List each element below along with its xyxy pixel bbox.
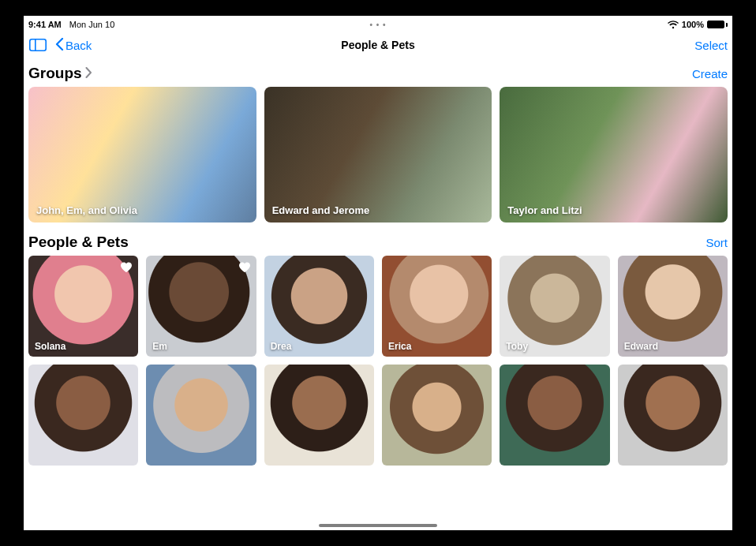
heart-icon bbox=[119, 260, 133, 275]
person-card[interactable]: Drea bbox=[264, 256, 374, 357]
person-card[interactable] bbox=[146, 365, 256, 466]
status-left: 9:41 AM Mon Jun 10 bbox=[28, 20, 114, 29]
heart-icon bbox=[238, 260, 252, 275]
person-card[interactable]: Edward bbox=[618, 256, 728, 357]
groups-title-button[interactable]: Groups bbox=[28, 65, 92, 82]
sort-button[interactable]: Sort bbox=[705, 236, 728, 249]
multitask-indicator-icon[interactable]: • • • bbox=[369, 21, 386, 29]
person-card[interactable] bbox=[264, 365, 374, 466]
group-card[interactable]: Edward and Jerome bbox=[264, 87, 492, 223]
chevron-left-icon bbox=[55, 38, 64, 53]
sidebar-toggle-icon[interactable] bbox=[28, 37, 47, 53]
group-card[interactable]: Taylor and Litzi bbox=[500, 87, 728, 223]
person-label: Erica bbox=[388, 341, 411, 352]
home-indicator[interactable] bbox=[319, 524, 437, 527]
battery-percentage: 100% bbox=[682, 20, 704, 29]
person-card[interactable] bbox=[618, 365, 728, 466]
chevron-right-icon bbox=[85, 65, 92, 82]
groups-header: Groups Create bbox=[28, 65, 728, 82]
back-label: Back bbox=[65, 39, 92, 52]
content: Groups Create John, Em, and Olivia Edwar… bbox=[24, 58, 732, 530]
status-bar: 9:41 AM Mon Jun 10 • • • 100% bbox=[24, 16, 732, 32]
battery-icon bbox=[707, 21, 728, 28]
select-button[interactable]: Select bbox=[694, 39, 728, 52]
person-card[interactable]: Em bbox=[146, 256, 256, 357]
group-card[interactable]: John, Em, and Olivia bbox=[28, 87, 256, 223]
people-header: People & Pets Sort bbox=[28, 234, 728, 251]
people-title-label: People & Pets bbox=[28, 234, 129, 251]
nav-bar: Back People & Pets Select bbox=[24, 32, 732, 58]
person-card[interactable]: Toby bbox=[500, 256, 609, 357]
create-button[interactable]: Create bbox=[692, 67, 728, 80]
person-card[interactable]: Erica bbox=[382, 256, 492, 357]
device-frame: 9:41 AM Mon Jun 10 • • • 100% bbox=[0, 0, 756, 546]
wifi-icon bbox=[668, 21, 679, 29]
person-label: Solana bbox=[35, 341, 65, 352]
screen: 9:41 AM Mon Jun 10 • • • 100% bbox=[24, 16, 732, 530]
person-card[interactable] bbox=[382, 365, 492, 466]
person-card[interactable] bbox=[500, 365, 609, 466]
svg-rect-0 bbox=[30, 39, 46, 50]
person-label: Edward bbox=[624, 341, 658, 352]
person-card[interactable]: Solana bbox=[28, 256, 138, 357]
page-title: People & Pets bbox=[341, 39, 414, 51]
status-right: 100% bbox=[668, 20, 728, 29]
groups-title-label: Groups bbox=[28, 65, 82, 82]
person-label: Drea bbox=[271, 341, 292, 352]
person-label: Toby bbox=[506, 341, 528, 352]
groups-row: John, Em, and Olivia Edward and Jerome T… bbox=[28, 87, 728, 223]
group-label: John, Em, and Olivia bbox=[36, 204, 137, 216]
person-label: Em bbox=[152, 341, 167, 352]
status-time: 9:41 AM bbox=[28, 20, 62, 29]
group-label: Edward and Jerome bbox=[272, 204, 370, 216]
status-date: Mon Jun 10 bbox=[69, 20, 114, 29]
people-grid: Solana Em Drea Erica Toby bbox=[28, 256, 728, 466]
back-button[interactable]: Back bbox=[55, 38, 92, 53]
person-card[interactable] bbox=[28, 365, 138, 466]
group-label: Taylor and Litzi bbox=[507, 204, 582, 216]
people-title: People & Pets bbox=[28, 234, 129, 251]
